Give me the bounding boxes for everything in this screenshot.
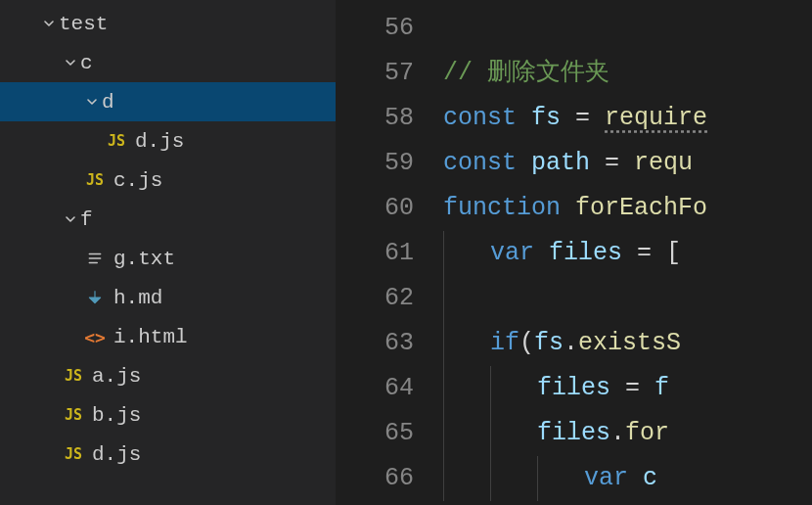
code-token: c [643,456,657,501]
tree-item-label: h.md [113,287,162,309]
code-token: . [564,321,578,366]
line-number: 57 [336,51,414,96]
indent-guide [443,366,444,411]
code-token: ( [519,321,534,366]
code-token: forEachFo [575,186,707,231]
code-line[interactable]: // 删除文件夹 [443,51,812,96]
line-number: 59 [336,141,414,186]
code-editor[interactable]: 5657585960616263646566 // 删除文件夹const fs … [336,0,812,505]
file-item-b-js[interactable]: JSb.js [0,395,336,435]
folder-item-c[interactable]: c [0,43,336,82]
code-line[interactable]: files = f [443,366,812,411]
code-line[interactable]: files.for [443,411,812,456]
code-line[interactable]: const fs = require [443,96,812,141]
tree-item-label: b.js [92,404,141,427]
line-number: 64 [336,366,414,411]
code-line[interactable] [443,6,812,51]
code-line[interactable]: if(fs.existsS [443,321,812,366]
tree-item-label: c.js [113,169,162,192]
code-token: existsS [578,321,681,366]
chevron-down-icon [82,94,102,110]
file-item-d-js[interactable]: JSd.js [0,121,336,161]
file-item-d-js[interactable]: JSd.js [0,435,336,474]
code-token: var [584,456,643,501]
indent-guide [490,366,491,411]
tree-item-label: test [59,13,108,35]
file-item-i-html[interactable]: <>i.html [0,317,336,356]
file-item-a-js[interactable]: JSa.js [0,356,336,395]
file-explorer: testcdJSd.jsJSc.jsfg.txth.md<>i.htmlJSa.… [0,0,336,505]
folder-item-f[interactable]: f [0,200,336,239]
code-token: = [561,96,605,141]
code-token: = [ [622,231,681,276]
indent-guide [443,231,444,276]
code-token: fs [534,321,564,366]
code-token: . [610,411,625,456]
code-token: path [531,141,590,186]
js-icon: JS [82,171,108,189]
code-line[interactable]: var files = [ [443,231,812,276]
tree-item-label: c [80,52,93,74]
tree-item-label: i.html [113,326,188,348]
line-number: 62 [336,276,414,321]
indent-guide [443,456,444,501]
indent-guide [443,276,444,321]
line-number: 65 [336,411,414,456]
code-token: // 删除文件夹 [443,51,609,96]
file-item-c-js[interactable]: JSc.js [0,161,336,200]
code-token: const [443,96,531,141]
line-number: 63 [336,321,414,366]
file-item-h-md[interactable]: h.md [0,278,336,317]
file-item-g-txt[interactable]: g.txt [0,239,336,278]
text-file-icon [82,250,108,267]
indent-guide [443,321,444,366]
code-token: const [443,141,531,186]
code-line[interactable]: const path = requ [443,141,812,186]
indent-guide [537,456,538,501]
tree-item-label: g.txt [113,248,175,270]
folder-item-d[interactable]: d [0,82,336,121]
line-number: 58 [336,96,414,141]
tree-item-label: a.js [92,365,141,388]
indent-guide [490,456,491,501]
code-line[interactable]: function forEachFo [443,186,812,231]
code-token: fs [531,96,561,141]
tree-item-label: d.js [135,130,184,153]
indent-guide [490,411,491,456]
chevron-down-icon [61,211,80,227]
js-icon: JS [104,132,129,150]
line-number-gutter: 5657585960616263646566 [336,6,443,505]
js-icon: JS [61,445,86,463]
code-token: require [605,96,707,141]
code-token: var [490,231,549,276]
js-icon: JS [61,367,86,385]
code-content[interactable]: // 删除文件夹const fs = requireconst path = r… [443,6,812,505]
tree-item-label: f [80,208,93,231]
indent-guide [443,411,444,456]
folder-item-test[interactable]: test [0,4,336,43]
tree-item-label: d [102,91,114,114]
code-token: = [590,141,634,186]
code-token: requ [634,141,693,186]
chevron-down-icon [61,55,80,70]
line-number: 61 [336,231,414,276]
code-line[interactable] [443,276,812,321]
code-token: function [443,186,575,231]
line-number: 60 [336,186,414,231]
js-icon: JS [61,406,86,424]
code-token: files [537,411,610,456]
code-token: files [549,231,622,276]
code-token: files [537,366,610,411]
code-token: f [654,366,669,411]
code-token: for [625,411,669,456]
code-token: if [490,321,519,366]
tree-item-label: d.js [92,443,141,466]
line-number: 66 [336,456,414,501]
line-number: 56 [336,6,414,51]
code-line[interactable]: var c [443,456,812,501]
markdown-icon [82,289,108,306]
chevron-down-icon [39,16,59,31]
html-icon: <> [82,327,108,347]
code-token: = [610,366,654,411]
